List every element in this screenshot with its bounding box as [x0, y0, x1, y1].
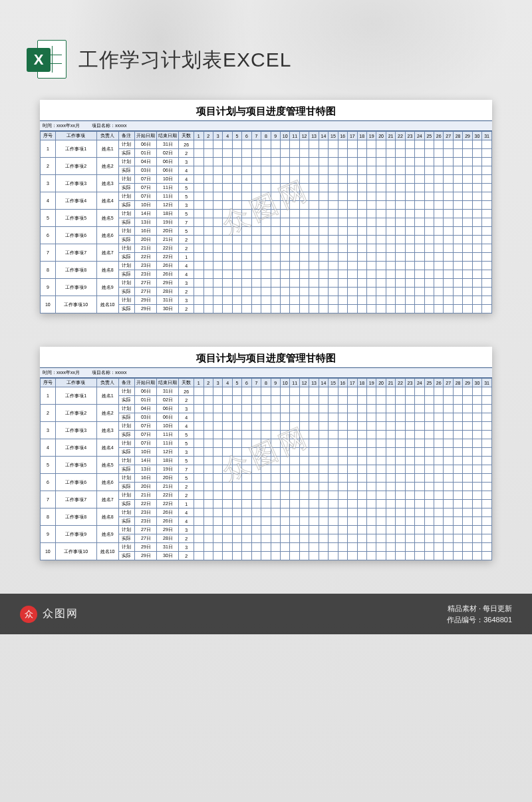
cell-days: 2 [179, 244, 194, 253]
gantt-cell [376, 244, 386, 253]
gantt-cell [261, 253, 271, 262]
gantt-cell [405, 253, 414, 262]
cell-task: 工作事项3 [55, 422, 96, 439]
gantt-cell [453, 439, 462, 448]
gantt-cell [453, 483, 462, 491]
gantt-cell [338, 296, 347, 305]
gantt-cell [338, 439, 347, 448]
gantt-cell [290, 422, 299, 431]
gantt-cell [329, 474, 338, 483]
cell-end: 11日 [157, 192, 179, 201]
gantt-cell [415, 396, 424, 405]
gantt-cell [281, 218, 290, 227]
gantt-cell [309, 387, 319, 396]
cell-days: 3 [179, 448, 194, 457]
gantt-cell [405, 279, 414, 288]
gantt-cell [290, 387, 299, 396]
gantt-cell [348, 305, 357, 313]
gantt-cell [424, 296, 434, 305]
gantt-cell [338, 192, 347, 201]
gantt-cell [290, 210, 299, 218]
gantt-cell [329, 396, 338, 405]
gantt-cell [251, 227, 261, 236]
gantt-cell [472, 526, 481, 534]
gantt-cell [271, 431, 280, 439]
gantt-cell [405, 201, 414, 210]
cell-start: 27日 [135, 534, 157, 543]
gantt-cell [309, 201, 319, 210]
gantt-cell [232, 210, 241, 218]
gantt-cell [232, 534, 241, 543]
gantt-cell [396, 439, 405, 448]
cell-end: 11日 [157, 184, 179, 192]
gantt-cell [203, 517, 213, 526]
gantt-cell [213, 500, 222, 508]
gantt-cell [396, 543, 405, 552]
gantt-cell [242, 431, 251, 439]
gantt-cell [415, 448, 424, 457]
gantt-cell [405, 244, 414, 253]
cell-note: 计划 [118, 244, 135, 253]
col-header: 工作事项 [55, 379, 96, 387]
gantt-cell [463, 483, 472, 491]
footer-product-id: 作品编号：3648801 [447, 614, 512, 626]
gantt-cell [251, 413, 261, 422]
gantt-cell [213, 201, 222, 210]
gantt-cell [482, 517, 492, 526]
table-row: 3工作事项3姓名3计划07日10日4 [41, 175, 492, 184]
gantt-cell [348, 526, 357, 534]
gantt-cell [223, 448, 232, 457]
gantt-cell [386, 244, 395, 253]
cell-owner: 姓名2 [96, 158, 118, 175]
gantt-cell [366, 279, 376, 288]
meta-time: 时间：xxxx年xx月 [43, 369, 80, 376]
gantt-cell [329, 227, 338, 236]
gantt-cell [482, 158, 492, 166]
gantt-cell [357, 140, 366, 149]
gantt-cell [424, 439, 434, 448]
gantt-cell [453, 465, 462, 474]
gantt-cell [261, 296, 271, 305]
gantt-cell [405, 262, 414, 270]
meta-row: 时间：xxxx年xx月项目名称：xxxxx [40, 367, 492, 378]
gantt-cell [251, 396, 261, 405]
gantt-cell [348, 474, 357, 483]
day-header: 16 [338, 379, 347, 387]
gantt-cell [232, 192, 241, 201]
gantt-cell [203, 253, 213, 262]
cell-note: 实际 [118, 305, 135, 313]
gantt-cell [482, 457, 492, 465]
gantt-cell [242, 457, 251, 465]
gantt-cell [472, 236, 481, 244]
gantt-cell [338, 457, 347, 465]
gantt-cell [434, 526, 444, 534]
gantt-cell [213, 413, 222, 422]
gantt-cell [405, 296, 414, 305]
gantt-cell [281, 227, 290, 236]
gantt-cell [348, 149, 357, 158]
gantt-cell [472, 465, 481, 474]
gantt-cell [444, 543, 453, 552]
gantt-cell [271, 270, 280, 279]
cell-seq: 9 [41, 526, 56, 543]
gantt-cell [242, 175, 251, 184]
gantt-cell [396, 508, 405, 517]
gantt-cell [223, 244, 232, 253]
table-row: 10工作事项10姓名10计划29日31日3 [41, 296, 492, 305]
cell-days: 5 [179, 431, 194, 439]
gantt-cell [405, 158, 414, 166]
day-header: 22 [396, 379, 405, 387]
gantt-cell [338, 526, 347, 534]
gantt-cell [482, 491, 492, 500]
gantt-cell [329, 158, 338, 166]
gantt-cell [472, 483, 481, 491]
gantt-cell [366, 192, 376, 201]
gantt-cell [213, 517, 222, 526]
gantt-cell [290, 500, 299, 508]
gantt-cell [386, 474, 395, 483]
gantt-cell [338, 422, 347, 431]
gantt-cell [386, 296, 395, 305]
gantt-cell [348, 405, 357, 413]
gantt-cell [319, 431, 328, 439]
cell-seq: 2 [41, 158, 56, 175]
